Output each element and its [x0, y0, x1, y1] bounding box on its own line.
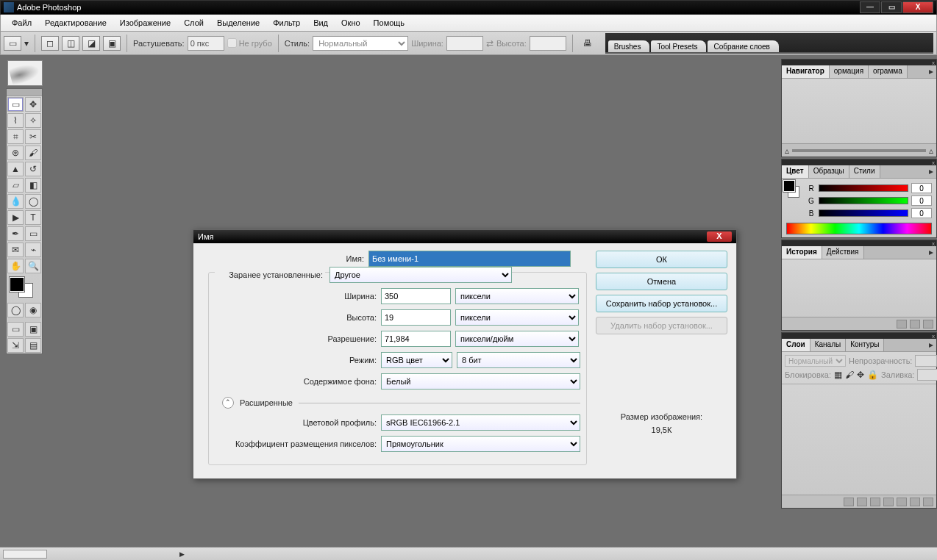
panel-menu-icon[interactable]: ▸	[926, 339, 936, 351]
menu-layer[interactable]: Слой	[177, 16, 210, 29]
dialog-close-icon[interactable]: X	[707, 231, 732, 242]
tab-channels[interactable]: Каналы	[810, 339, 847, 351]
shape-tool[interactable]: ▭	[25, 226, 41, 241]
tab-layers[interactable]: Слои	[782, 339, 810, 351]
new-snapshot-icon[interactable]	[910, 320, 920, 329]
lock-position-icon[interactable]: ✥	[857, 370, 864, 379]
menu-window[interactable]: Окно	[335, 16, 367, 29]
slice-tool[interactable]: ✂	[25, 129, 41, 144]
foreground-swatch[interactable]	[10, 277, 24, 292]
maximize-button[interactable]: ▭	[881, 1, 902, 13]
print-icon[interactable]: 🖶	[579, 36, 596, 51]
new-selection-icon[interactable]: ◻	[41, 36, 59, 51]
pen-tool[interactable]: ✒	[7, 226, 24, 241]
profile-select[interactable]: sRGB IEC61966-2.1	[381, 414, 580, 431]
tab-swatches[interactable]: Образцы	[809, 165, 849, 178]
dialog-titlebar[interactable]: Имя X	[193, 230, 736, 243]
g-slider[interactable]	[819, 197, 908, 204]
panel-menu-icon[interactable]: ▸	[926, 246, 936, 259]
tab-info[interactable]: ормация	[830, 65, 869, 78]
lasso-tool[interactable]: ⌇	[7, 113, 24, 128]
subtract-selection-icon[interactable]: ◪	[82, 36, 100, 51]
antialias-checkbox[interactable]: Не грубо	[227, 38, 272, 48]
standard-mode-icon[interactable]: ◯	[7, 303, 24, 317]
zoom-in-icon[interactable]: ▵	[929, 146, 933, 155]
height-unit-select[interactable]: пиксели	[455, 309, 579, 326]
color-spectrum[interactable]	[786, 223, 932, 234]
depth-select[interactable]: 8 бит	[457, 352, 580, 368]
advanced-toggle[interactable]: ⌃	[222, 397, 234, 409]
color-swatches[interactable]	[10, 277, 39, 299]
g-value[interactable]: 0	[911, 195, 932, 206]
background-select[interactable]: Белый	[381, 373, 580, 390]
stamp-tool[interactable]: ▲	[7, 162, 24, 176]
swap-dimensions-icon[interactable]: ⇄	[486, 39, 494, 48]
dropdown-icon[interactable]: ▾	[24, 39, 29, 48]
screen-mode-2-icon[interactable]: ▣	[25, 322, 41, 337]
b-value[interactable]: 0	[911, 208, 932, 218]
wand-tool[interactable]: ✧	[25, 113, 41, 128]
heal-tool[interactable]: ⊛	[7, 146, 24, 160]
panel-menu-icon[interactable]: ▸	[926, 65, 936, 78]
menu-view[interactable]: Вид	[307, 16, 335, 29]
screen-mode-1-icon[interactable]: ▭	[7, 322, 24, 337]
cancel-button[interactable]: Отмена	[596, 273, 727, 290]
screen-mode-3-icon[interactable]: ▤	[25, 338, 41, 353]
intersect-selection-icon[interactable]: ▣	[103, 36, 121, 51]
menu-help[interactable]: Помощь	[367, 16, 412, 29]
height-input[interactable]	[530, 36, 566, 51]
quickmask-mode-icon[interactable]: ◉	[25, 303, 41, 317]
mode-select[interactable]: RGB цвет	[381, 352, 452, 368]
lock-all-icon[interactable]: 🔒	[867, 370, 878, 379]
zoom-level-field[interactable]	[3, 550, 47, 559]
history-brush-tool[interactable]: ↺	[25, 162, 41, 176]
delete-layer-icon[interactable]	[923, 498, 933, 506]
feather-input[interactable]	[188, 36, 224, 51]
jump-to-imageready-icon[interactable]: ⇲	[7, 338, 24, 353]
resolution-input[interactable]	[381, 331, 451, 347]
delete-state-icon[interactable]	[923, 320, 933, 329]
add-selection-icon[interactable]: ◫	[62, 36, 79, 51]
move-tool[interactable]: ✥	[25, 97, 41, 112]
adjustment-layer-icon[interactable]	[897, 498, 907, 506]
preset-select[interactable]: Другое	[329, 267, 512, 283]
new-doc-from-state-icon[interactable]	[897, 320, 907, 329]
style-select[interactable]: Нормальный	[313, 36, 408, 51]
eyedropper-tool[interactable]: ⌁	[25, 243, 41, 257]
opacity-input[interactable]	[915, 355, 937, 367]
menu-file[interactable]: Файл	[5, 16, 38, 29]
lock-pixels-icon[interactable]: 🖌	[845, 370, 854, 379]
layer-style-icon[interactable]	[857, 498, 867, 506]
tab-histogram[interactable]: ограмма	[869, 65, 908, 78]
tab-navigator[interactable]: Навигатор	[782, 65, 830, 78]
zoom-slider[interactable]	[792, 149, 926, 152]
width-input[interactable]	[381, 288, 451, 304]
brush-tool[interactable]: 🖌	[25, 146, 41, 160]
type-tool[interactable]: T	[25, 210, 41, 225]
aspect-select[interactable]: Прямоугольник	[381, 436, 580, 452]
hand-tool[interactable]: ✋	[7, 259, 24, 273]
path-select-tool[interactable]: ▶	[7, 210, 24, 225]
b-slider[interactable]	[819, 209, 908, 217]
crop-tool[interactable]: ⌗	[7, 129, 24, 144]
link-layers-icon[interactable]	[844, 498, 854, 506]
height-input[interactable]	[381, 309, 451, 326]
zoom-tool[interactable]: 🔍	[25, 259, 41, 273]
notes-tool[interactable]: ✉	[7, 243, 24, 257]
panel-menu-icon[interactable]: ▸	[926, 165, 936, 178]
mini-swatches[interactable]	[783, 180, 801, 221]
marquee-tool[interactable]: ▭	[7, 97, 24, 112]
eraser-tool[interactable]: ▱	[7, 178, 24, 193]
tab-history[interactable]: История	[782, 246, 822, 259]
tab-actions[interactable]: Действия	[822, 246, 864, 259]
tab-styles[interactable]: Стили	[849, 165, 880, 178]
menu-edit[interactable]: Редактирование	[38, 16, 113, 29]
tab-layer-comps[interactable]: Собрание слоев	[708, 40, 778, 52]
toolbox-grip[interactable]	[7, 89, 42, 96]
new-group-icon[interactable]	[883, 498, 894, 506]
tab-brushes[interactable]: Brushes	[608, 40, 650, 52]
zoom-out-icon[interactable]: ▵	[785, 146, 789, 155]
r-value[interactable]: 0	[911, 183, 932, 193]
name-input[interactable]	[368, 251, 571, 267]
fill-input[interactable]	[917, 369, 937, 381]
